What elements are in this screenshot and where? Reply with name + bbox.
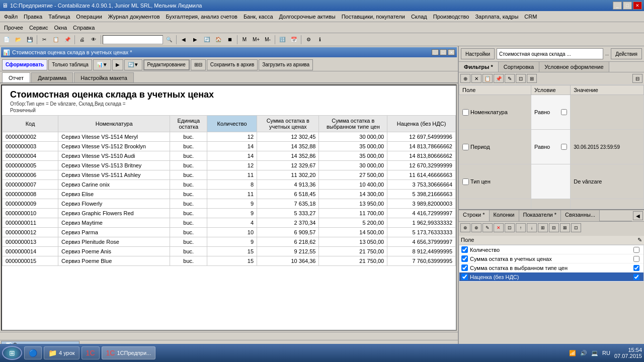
table-row[interactable]: 0000000006 Сервиз Vitesse VS-1511 Ashley…: [3, 170, 456, 180]
doc-minimize[interactable]: _: [432, 49, 439, 55]
settings-button[interactable]: Настройки: [461, 48, 495, 59]
col-down-btn[interactable]: ↓: [527, 223, 537, 232]
chart-mode-button[interactable]: 📊▼: [93, 59, 111, 70]
col-natc-check[interactable]: [461, 274, 468, 280]
filter-tipzen-check[interactable]: [462, 178, 469, 185]
menu-help[interactable]: Справка: [70, 24, 98, 32]
menu-table[interactable]: Таблица: [45, 13, 73, 21]
col-row-sum2[interactable]: Сумма остатка в выбранном типе цен: [459, 263, 643, 273]
col-collapse-btn[interactable]: ⊟: [549, 223, 559, 232]
taskbar-1c[interactable]: 1С: [82, 346, 100, 359]
col-sum2-check2[interactable]: [633, 265, 639, 271]
menu-journal[interactable]: Журнал документов: [105, 13, 163, 21]
rpanel-tab-sort[interactable]: Сортировка: [499, 62, 539, 72]
table-row[interactable]: 0000000009 Сервиз Flowerly buc. 9 7 635,…: [3, 199, 456, 209]
taskbar-folder[interactable]: 📁 4 урок: [44, 346, 79, 359]
col-qty-check2[interactable]: [633, 247, 639, 253]
table-row[interactable]: 0000000003 Сервиз Vitesse VS-1512 Brookl…: [3, 142, 456, 151]
col-sum1-check2[interactable]: [633, 256, 639, 262]
grid-buttons[interactable]: ⊞⊟: [191, 59, 206, 70]
expand-btn[interactable]: ◀: [633, 211, 643, 220]
stop-btn[interactable]: ⏹: [224, 34, 235, 45]
mplus-btn[interactable]: M+: [251, 34, 262, 45]
filter-edit-btn[interactable]: ✎: [505, 74, 515, 83]
close-button[interactable]: ✕: [633, 2, 642, 10]
home-btn[interactable]: 🏠: [213, 34, 224, 45]
only-table-button[interactable]: Только таблица: [48, 59, 92, 70]
table-row[interactable]: 0000000007 Сервиз Carine onix buc. 8 4 9…: [3, 180, 456, 190]
back-btn[interactable]: ◀: [178, 34, 189, 45]
table-row[interactable]: 0000000012 Сервиз Parma buc. 10 6 909,57…: [3, 228, 456, 237]
settings-btn[interactable]: ⚙: [303, 34, 314, 45]
col-row-qty[interactable]: Количество: [459, 245, 643, 254]
taskbar-1c-active[interactable]: 1С 1СПредпри...: [102, 346, 156, 359]
col-expand-btn[interactable]: ⊞: [538, 223, 548, 232]
filter-expand-btn[interactable]: ⊞: [527, 74, 537, 83]
maximize-button[interactable]: □: [623, 2, 632, 10]
copy-btn[interactable]: 📋: [50, 34, 61, 45]
rpanel-tab-cond[interactable]: Условное оформление: [539, 62, 609, 72]
arrow-button[interactable]: ▶: [112, 59, 123, 70]
col-square-btn[interactable]: ⊡: [505, 223, 515, 232]
col-add-btn[interactable]: ⊕: [460, 223, 470, 232]
menu-warehouse[interactable]: Склад: [408, 13, 430, 21]
col-row-sum1[interactable]: Сумма остатка в учетных ценах: [459, 254, 643, 263]
menu-production[interactable]: Производство: [430, 13, 472, 21]
menu-suppliers[interactable]: Поставщики, покупатели: [339, 13, 408, 21]
menu-accounting[interactable]: Бухгалтерия, анализ счетов: [163, 13, 240, 21]
table-row[interactable]: 0000000005 Сервиз Vitesse VS-1513 Britne…: [3, 161, 456, 170]
calc-btn[interactable]: 🔢: [277, 34, 288, 45]
table-row[interactable]: 0000000015 Сервиз Poeme Blue buc. 15 10 …: [3, 256, 456, 266]
start-button[interactable]: ⊞: [2, 346, 22, 360]
forward-btn[interactable]: ▶: [190, 34, 201, 45]
col-del-btn[interactable]: ✕: [494, 223, 504, 232]
filter-add-btn[interactable]: ⊕: [460, 74, 470, 83]
actions-button[interactable]: Действия: [611, 48, 642, 59]
doc-close[interactable]: ✕: [448, 49, 455, 55]
filter-move1-btn[interactable]: ⊡: [516, 74, 526, 83]
menu-windows[interactable]: Окна: [51, 24, 70, 32]
rpanel-tab-linked[interactable]: Связанны...: [561, 210, 600, 221]
rpanel-tab-filters[interactable]: Фильтры *: [459, 62, 499, 72]
col-cross-btn[interactable]: ⊠: [560, 223, 570, 232]
menu-operations[interactable]: Операции: [73, 13, 105, 21]
save-archive-button[interactable]: Сохранить в архив: [207, 59, 258, 70]
filter-copy-btn[interactable]: 📋: [482, 74, 493, 83]
menu-service[interactable]: Сервис: [26, 24, 51, 32]
open-btn[interactable]: 📂: [13, 34, 24, 45]
menu-edit[interactable]: Правка: [21, 13, 45, 21]
col-up-btn[interactable]: ↑: [516, 223, 526, 232]
table-row[interactable]: 0000000004 Сервиз Vitesse VS-1510 Audi b…: [3, 151, 456, 161]
taskbar-chrome[interactable]: 🔵: [24, 346, 42, 359]
calendar-btn[interactable]: 📅: [288, 34, 299, 45]
search-input[interactable]: [103, 35, 163, 44]
edit-button[interactable]: Редактирование: [143, 59, 190, 70]
new-btn[interactable]: 📄: [1, 34, 12, 45]
col-row-natc[interactable]: Наценка (без НДС): [459, 273, 643, 282]
menu-bank[interactable]: Банк, касса: [240, 13, 276, 21]
table-row[interactable]: 0000000014 Сервиз Poeme Anis buc. 15 9 2…: [3, 247, 456, 256]
col-sum2-check[interactable]: [461, 264, 468, 271]
menu-file[interactable]: Файл: [1, 13, 21, 21]
menu-salary[interactable]: Зарплата, кадры: [472, 13, 521, 21]
refresh-button[interactable]: 🔄▼: [124, 59, 142, 70]
filter-del-btn[interactable]: ✕: [471, 74, 481, 83]
rpanel-tab-rows[interactable]: Строки *: [459, 210, 490, 221]
search-btn[interactable]: 🔍: [164, 34, 175, 45]
col-qty-check[interactable]: [461, 246, 468, 253]
filter-period-check[interactable]: [462, 144, 469, 150]
col-natc-check2[interactable]: [633, 274, 639, 280]
col-sum1-check[interactable]: [461, 255, 468, 262]
filter-collapse-btn[interactable]: ⊟: [632, 74, 642, 83]
doc-maximize[interactable]: □: [440, 49, 447, 55]
load-archive-button[interactable]: Загрузить из архива: [259, 59, 313, 70]
filter-nom-check[interactable]: [462, 109, 469, 116]
print-btn[interactable]: 🖨: [76, 34, 88, 45]
rpanel-tab-cols[interactable]: Колонки: [490, 210, 519, 221]
filter-paste-btn[interactable]: 📌: [494, 74, 504, 83]
info-btn[interactable]: ℹ: [314, 34, 326, 45]
menu-other[interactable]: Прочее: [1, 24, 26, 32]
more-btn[interactable]: M: [239, 34, 250, 45]
tab-settings[interactable]: Настройка макета: [74, 72, 134, 82]
tab-diagram[interactable]: Диаграмма: [31, 72, 73, 82]
